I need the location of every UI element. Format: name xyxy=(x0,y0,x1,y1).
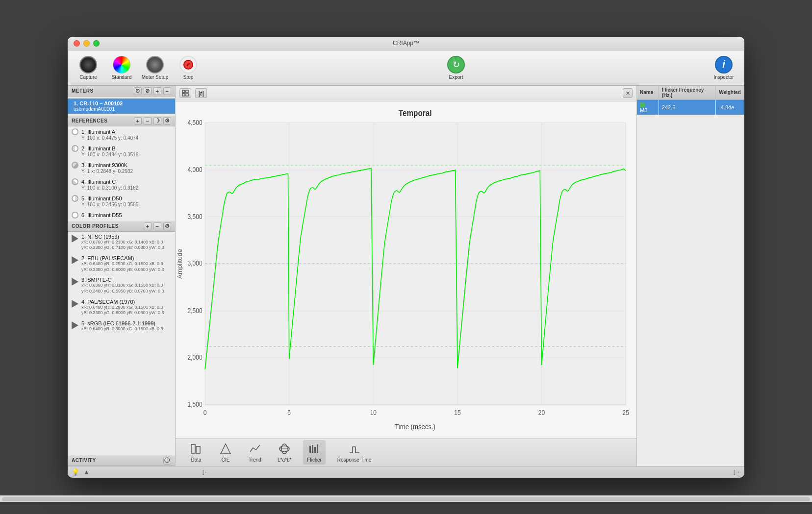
ref-item[interactable]: 6. Illuminant D55 xyxy=(68,210,175,221)
profile-name: 3. SMPTE-C xyxy=(81,277,164,283)
profile-name: 1. NTSC (1953) xyxy=(81,234,164,240)
ref-item[interactable]: 2. Illuminant B Y: 100 x: 0.3484 y: 0.35… xyxy=(68,143,175,160)
profile-expand-icon xyxy=(72,278,78,286)
profile-expand-icon xyxy=(72,256,78,264)
chart-close-btn[interactable]: ✕ xyxy=(623,88,633,98)
meters-list: 1. CR-110 – A00102 usbmodemA00101 xyxy=(68,97,175,116)
maximize-button[interactable] xyxy=(93,40,100,47)
bottom-tabs: Data CIE Trend xyxy=(176,439,636,466)
ref-settings-btn[interactable]: ⚙ xyxy=(163,117,171,125)
ref-name: 4. Illuminant C xyxy=(72,178,171,185)
inspector-scrollbar-area xyxy=(637,115,744,466)
export-button[interactable]: ↻ Export xyxy=(440,54,472,82)
meters-section-header: METERS ⊙ ⊘ + − xyxy=(68,86,175,97)
chart-grid-btn[interactable] xyxy=(179,88,191,98)
profile-text: 5. sRGB (IEC 61966-2-1:1999) xR: 0.6400 … xyxy=(81,320,163,332)
stop-icon xyxy=(179,56,197,73)
profile-values: xR: 0.6300 yR: 0.3100 xG: 0.1550 xB: 0.3… xyxy=(81,283,164,294)
meter-sub: usbmodemA00101 xyxy=(74,106,171,112)
meters-add-btn[interactable]: + xyxy=(153,87,161,95)
meter-item[interactable]: 1. CR-110 – A00102 usbmodemA00101 xyxy=(68,98,175,114)
svg-text:20: 20 xyxy=(538,409,545,416)
profile-text: 4. PAL/SECAM (1970) xR: 0.6400 yR: 0.290… xyxy=(81,299,164,316)
chart-area: |t| ✕ Temporal xyxy=(176,86,636,466)
status-chart-icon: ▲ xyxy=(83,468,90,476)
svg-text:5: 5 xyxy=(287,409,291,416)
status-exit-btn[interactable]: [→ xyxy=(734,469,740,475)
stop-button[interactable]: Stop xyxy=(173,54,204,82)
app-window: CRIApp™ Capture Standard Meter Setup xyxy=(68,37,744,478)
cell-frequency: 242.6 xyxy=(659,99,715,115)
capture-button[interactable]: Capture xyxy=(73,54,104,82)
profile-item[interactable]: 3. SMPTE-C xR: 0.6300 yR: 0.3100 xG: 0.1… xyxy=(68,275,175,296)
tab-trend[interactable]: Trend xyxy=(244,440,266,465)
svg-text:Amplitude: Amplitude xyxy=(177,248,183,278)
svg-text:Time (msecs.): Time (msecs.) xyxy=(395,422,435,431)
ref-item[interactable]: 5. Illuminant D50 Y: 100 x: 0.3456 y: 0.… xyxy=(68,193,175,210)
main-content: METERS ⊙ ⊘ + − 1. CR-110 – A00102 usbmod… xyxy=(68,86,744,466)
ref-icon xyxy=(72,195,78,202)
profile-values: xR: 0.6400 yR: 0.2900 xG: 0.1500 xB: 0.3… xyxy=(81,261,164,272)
meter-setup-button[interactable]: Meter Setup xyxy=(139,54,171,82)
tab-lab[interactable]: L*a*b* xyxy=(274,440,295,465)
tab-response-label: Response Time xyxy=(337,457,371,463)
ref-item[interactable]: 1. Illuminant A Y: 100 x: 0.4475 y: 0.40… xyxy=(68,126,175,143)
svg-text:4,500: 4,500 xyxy=(188,118,203,126)
profile-item[interactable]: 4. PAL/SECAM (1970) xR: 0.6400 yR: 0.290… xyxy=(68,297,175,318)
profiles-remove-btn[interactable]: − xyxy=(153,222,161,230)
meters-title: METERS xyxy=(72,88,94,94)
profiles-settings-btn[interactable]: ⚙ xyxy=(163,222,171,230)
chart-toolbar: |t| ✕ xyxy=(176,86,636,101)
activity-info-btn[interactable]: ⓘ xyxy=(163,457,171,465)
meters-filter-btn[interactable]: ⊘ xyxy=(144,87,152,95)
cell-name: M3 xyxy=(637,99,659,115)
ref-moon-btn[interactable]: ☽ xyxy=(153,117,161,125)
status-left: 💡 ▲ xyxy=(72,468,90,476)
meters-actions: ⊙ ⊘ + − xyxy=(134,87,171,95)
status-enter-btn[interactable]: [← xyxy=(203,469,209,475)
profile-name: 2. EBU (PAL/SECAM) xyxy=(81,255,164,261)
meters-remove-btn[interactable]: − xyxy=(163,87,171,95)
tab-data[interactable]: Data xyxy=(185,440,207,465)
ref-add-btn[interactable]: + xyxy=(134,117,142,125)
svg-rect-3 xyxy=(186,94,188,96)
close-button[interactable] xyxy=(74,40,80,47)
tab-cie[interactable]: CIE xyxy=(215,440,236,465)
profiles-list: 1. NTSC (1953) xR: 0.6700 yR: 0.2100 xG:… xyxy=(68,232,175,455)
svg-text:3,000: 3,000 xyxy=(188,259,203,267)
profile-item[interactable]: 2. EBU (PAL/SECAM) xR: 0.6400 yR: 0.2900… xyxy=(68,253,175,275)
chart-cursor-btn[interactable]: |t| xyxy=(195,88,207,98)
meters-clock-btn[interactable]: ⊙ xyxy=(134,87,142,95)
ref-value: Y: 100 x: 0.3456 y: 0.3585 xyxy=(81,202,171,207)
svg-text:15: 15 xyxy=(454,409,460,416)
ref-name: 1. Illuminant A xyxy=(72,128,171,135)
references-list: 1. Illuminant A Y: 100 x: 0.4475 y: 0.40… xyxy=(68,126,175,221)
inspector-button[interactable]: i Inspector xyxy=(708,54,739,82)
tab-flicker[interactable]: Flicker xyxy=(303,440,325,465)
ref-item[interactable]: 3. Illuminant 9300K Y: 1 x: 0.2848 y: 0.… xyxy=(68,160,175,176)
svg-text:4,000: 4,000 xyxy=(188,166,203,173)
ref-remove-btn[interactable]: − xyxy=(144,117,152,125)
inspector-row[interactable]: M3 242.6 -4.84e xyxy=(637,99,744,115)
profile-expand-icon xyxy=(72,321,78,329)
ref-name: 5. Illuminant D50 xyxy=(72,195,171,202)
profile-text: 1. NTSC (1953) xR: 0.6700 yR: 0.2100 xG:… xyxy=(81,234,164,251)
tab-response[interactable]: Response Time xyxy=(333,440,375,465)
svg-text:2,500: 2,500 xyxy=(188,306,203,314)
ref-item[interactable]: 4. Illuminant C Y: 100 x: 0.3100 y: 0.31… xyxy=(68,176,175,193)
trend-tab-icon xyxy=(248,442,262,456)
profile-expand-icon xyxy=(72,235,78,243)
grid-icon xyxy=(182,90,189,97)
profile-values: xR: 0.6700 yR: 0.2100 xG: 0.1400 xB: 0.3… xyxy=(81,240,164,251)
svg-rect-0 xyxy=(182,90,185,93)
ref-value: Y: 100 x: 0.3484 y: 0.3516 xyxy=(81,152,171,157)
svg-rect-35 xyxy=(191,444,195,453)
standard-button[interactable]: Standard xyxy=(106,54,137,82)
window-controls xyxy=(74,40,100,47)
svg-rect-44 xyxy=(317,444,318,453)
svg-rect-41 xyxy=(309,446,311,453)
profile-item[interactable]: 5. sRGB (IEC 61966-2-1:1999) xR: 0.6400 … xyxy=(68,318,175,335)
minimize-button[interactable] xyxy=(83,40,90,47)
profile-item[interactable]: 1. NTSC (1953) xR: 0.6700 yR: 0.2100 xG:… xyxy=(68,232,175,253)
profiles-add-btn[interactable]: + xyxy=(144,222,152,230)
